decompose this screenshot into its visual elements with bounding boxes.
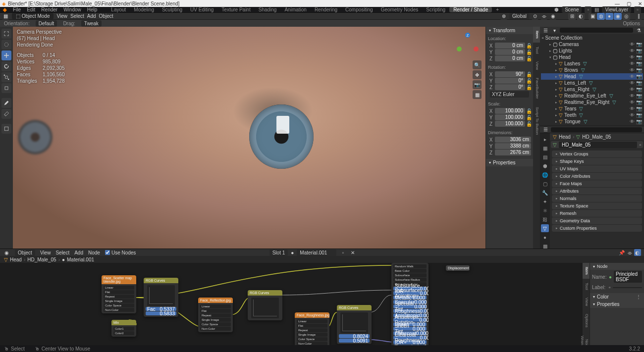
header-menu-view[interactable]: View <box>56 13 67 19</box>
viewport-3d[interactable]: Camera Perspective (67) Head | Head Rend… <box>13 27 485 249</box>
disclosure-icon[interactable]: ▸ <box>555 94 557 98</box>
shader-input-base-color[interactable]: Base Color <box>393 269 427 273</box>
workspace-tab-rendering[interactable]: Rendering <box>311 7 341 12</box>
outliner-item-realtime-eye-left[interactable]: ▸▽Realtime_Eye_Left▽👁📷 <box>541 93 643 99</box>
tab-mesh-data[interactable]: ▽ <box>541 224 549 232</box>
props-type-icon[interactable]: ☰ <box>542 126 549 133</box>
node-menu-view[interactable]: View <box>40 250 51 255</box>
orientation-icon[interactable]: ⊕ <box>500 13 507 20</box>
header-menu-select[interactable]: Select <box>70 13 84 19</box>
shader-input-transmission[interactable]: Transmission0.000 <box>393 345 427 345</box>
render-visibility-icon[interactable]: 📷 <box>636 106 642 111</box>
props-section-texture-space[interactable]: Texture Space <box>552 202 642 209</box>
gizmo-toggle[interactable]: ⊞ <box>568 13 576 20</box>
disclosure-icon[interactable]: ▸ <box>555 68 557 72</box>
n-tab-tool[interactable]: Tool <box>533 43 540 58</box>
header-menu-add[interactable]: Add <box>87 13 96 19</box>
node-field[interactable]: Color Space <box>104 303 134 307</box>
tool-transform[interactable] <box>1 83 11 93</box>
pause-render-icon[interactable]: ‖ <box>635 13 642 20</box>
outliner-item-teeth[interactable]: ▸▽Teeth▽👁📷 <box>541 112 643 118</box>
props-section-vertex-groups[interactable]: Vertex Groups <box>552 151 642 157</box>
shader-input-subsurface-radius[interactable]: Subsurface Radius <box>393 278 427 282</box>
outliner-item-tongue[interactable]: ▸▽Tongue▽👁📷 <box>541 118 643 125</box>
tab-particles[interactable]: ✦ <box>541 198 549 205</box>
props-section-face-maps[interactable]: Face Maps <box>552 180 642 187</box>
rotation-x-field[interactable]: 90° <box>495 71 525 77</box>
editor-type-icon[interactable]: ▦ <box>2 13 9 20</box>
disclosure-icon[interactable]: ▸ <box>555 113 557 117</box>
node-field[interactable]: Repeat <box>200 313 231 317</box>
node-menu-add[interactable]: Add <box>74 250 83 255</box>
render-visibility-icon[interactable]: 📷 <box>636 74 642 79</box>
node-image-texture-roughness[interactable]: Face_Roughness.jpg LinearFlatRepeatSingl… <box>295 312 329 345</box>
pivot-icon[interactable]: ⊙ <box>532 13 538 20</box>
n-tab-view[interactable]: View <box>533 57 540 74</box>
workspace-tab-sculpting[interactable]: Sculpting <box>158 7 186 12</box>
render-visibility-icon[interactable]: 📷 <box>636 93 642 99</box>
close-button[interactable]: ✕ <box>638 1 642 6</box>
unlink-material-icon[interactable]: ✕ <box>349 249 356 256</box>
shader-input-random-walk[interactable]: Random Walk <box>393 264 427 268</box>
node-menu-select[interactable]: Select <box>55 250 69 255</box>
props-section-uv-maps[interactable]: UV Maps <box>552 165 642 172</box>
node-mix-1[interactable]: Mix Color1Color2 <box>111 320 136 337</box>
disclosure-icon[interactable]: ▸ <box>549 43 551 47</box>
axis-y[interactable] <box>457 47 462 51</box>
workspace-tab-animation[interactable]: Animation <box>280 7 310 12</box>
header-menu-object[interactable]: Object <box>99 13 113 19</box>
mesh-name-input[interactable]: HD_Male_05 <box>559 142 637 148</box>
orientation-dropdown[interactable]: Default <box>36 20 57 27</box>
workspace-tab-uv-editing[interactable]: UV Editing <box>186 7 217 12</box>
tool-measure[interactable] <box>1 109 11 119</box>
lock-icon[interactable]: 🔓 <box>526 56 531 61</box>
location-y-field[interactable]: 0 cm <box>495 49 525 55</box>
node-rgb-curves-2[interactable]: RGB Curves <box>248 290 282 320</box>
use-nodes-checkbox[interactable]: Use Nodes <box>105 250 136 255</box>
render-visibility-icon[interactable]: 📷 <box>636 112 642 118</box>
tab-material[interactable]: ● <box>541 233 549 241</box>
rotation-z-field[interactable]: 0° <box>495 84 525 90</box>
lock-icon[interactable]: 🔓 <box>526 85 531 90</box>
outliner-item-lashes[interactable]: ▸▽Lashes▽👁📷 <box>541 60 643 67</box>
perspective-toggle-icon[interactable]: ▦ <box>473 90 482 99</box>
node-properties-header[interactable]: Properties <box>590 301 644 308</box>
render-visibility-icon[interactable]: 📷 <box>636 67 642 73</box>
wireframe-shading[interactable]: ◍ <box>597 13 605 20</box>
scale-x-field[interactable]: 100.000 <box>495 108 525 114</box>
tab-world[interactable]: 🌐 <box>541 171 549 179</box>
camera-view-icon[interactable]: 📷 <box>473 80 482 89</box>
outliner-item-lights[interactable]: ▸▢Lights👁📷 <box>541 48 643 54</box>
disclosure-icon[interactable]: ▸ <box>555 62 557 66</box>
menu-render[interactable]: Render <box>41 7 57 12</box>
dimension-x-field[interactable]: 3036 cm <box>495 137 531 143</box>
outliner-item-lens-right[interactable]: ▸▽Lens_Right▽👁📷 <box>541 86 643 93</box>
tool-cursor[interactable] <box>1 40 11 50</box>
outliner-tree[interactable]: ▫ Scene Collection ▸▢Cameras👁📷▸▢Lights👁📷… <box>540 34 644 126</box>
render-visibility-icon[interactable]: 📷 <box>636 42 642 47</box>
outliner-item-head[interactable]: ▾▢Head👁📷 <box>541 54 643 60</box>
visibility-icon[interactable]: 👁 <box>630 93 635 99</box>
n-tab-facebuilder[interactable]: FaceBuilder <box>533 74 540 103</box>
node-field[interactable]: Color Space <box>297 337 327 341</box>
visibility-icon[interactable]: 👁 <box>630 48 635 53</box>
node-field[interactable]: Color Space <box>200 322 231 326</box>
disclosure-icon[interactable]: ▸ <box>555 101 557 104</box>
overlay-node-icon[interactable]: ◐ <box>634 249 641 256</box>
node-image-texture-reflection[interactable]: Face_Reflection.jpg LinearFlatRepeatSing… <box>198 298 233 332</box>
tab-constraints[interactable]: ⛓ <box>541 215 549 223</box>
material-name-field[interactable]: Material.001 <box>297 250 336 256</box>
props-section-custom-properties[interactable]: Custom Properties <box>552 225 642 232</box>
node-canvas[interactable]: Face_Scatter map blender.jpg LinearFlatR… <box>0 263 644 345</box>
visibility-icon[interactable]: 👁 <box>630 74 635 79</box>
node-field[interactable]: Linear <box>104 286 134 290</box>
axis-x[interactable] <box>474 47 479 51</box>
n-properties-header[interactable]: Properties <box>486 159 533 166</box>
new-viewlayer-button[interactable]: ▫ <box>634 6 641 13</box>
transform-header[interactable]: Transform <box>486 27 533 34</box>
node-label-field[interactable] <box>613 287 642 288</box>
lock-icon[interactable]: 🔓 <box>526 121 531 127</box>
color-preset-icon[interactable]: ⋮ <box>636 294 641 300</box>
workspace-tab-shading[interactable]: Shading <box>255 7 281 12</box>
outliner-item-cameras[interactable]: ▸▢Cameras👁📷 <box>541 41 643 48</box>
